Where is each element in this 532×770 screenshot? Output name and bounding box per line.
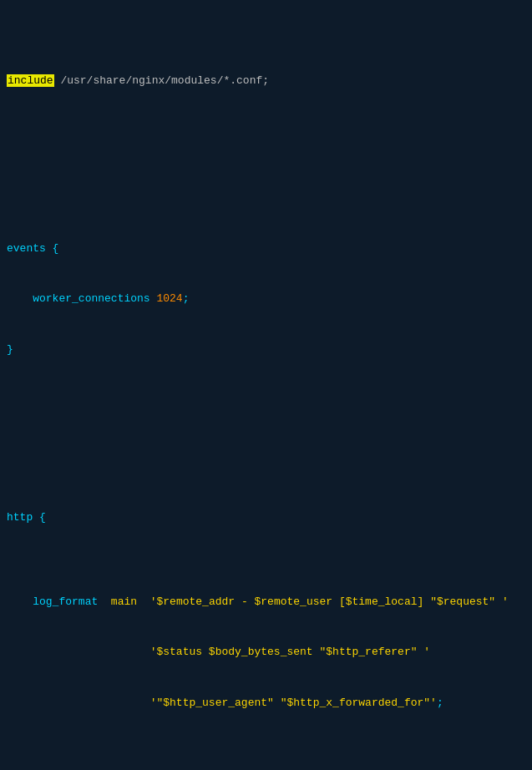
line-logformat2: '$status $body_bytes_sent "$http_referer… (7, 644, 525, 661)
line-logformat3: '"$http_user_agent" "$http_x_forwarded_f… (7, 695, 525, 712)
line-http: http { (7, 509, 525, 526)
blank-2 (7, 426, 525, 443)
line-logformat1: log_format main '$remote_addr - $remote_… (7, 594, 525, 610)
line-events: events { (7, 241, 525, 257)
line-include-modules: include /usr/share/nginx/modules/*.conf; (7, 73, 525, 89)
blank-1 (7, 156, 525, 173)
line-worker: worker_connections 1024; (7, 291, 525, 307)
line-events-close: } (7, 342, 525, 358)
code-editor: include /usr/share/nginx/modules/*.conf;… (0, 0, 532, 770)
include-keyword-1: include (7, 74, 54, 87)
